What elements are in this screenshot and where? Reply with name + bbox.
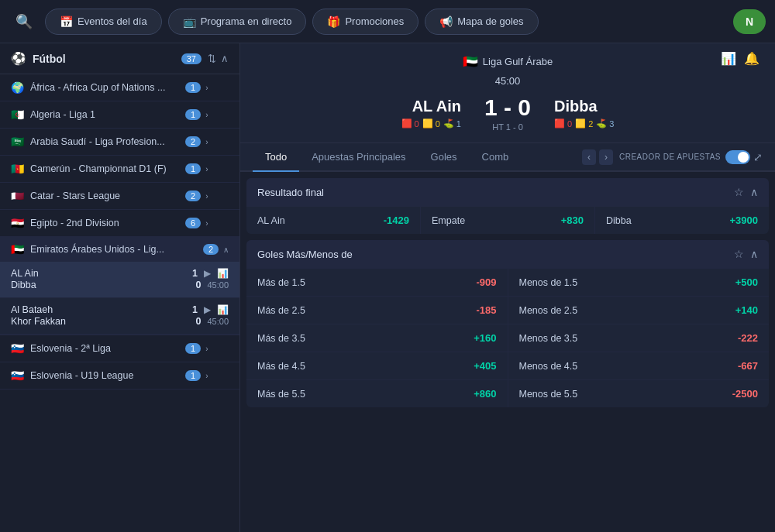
goles-collapse-icon[interactable]: ∧ — [750, 248, 758, 260]
match-clock: 45:00 — [256, 75, 760, 87]
over-cell-1[interactable]: Más de 2.5 -185 — [246, 297, 508, 324]
chevron-up-icon[interactable]: ∧ — [221, 53, 229, 64]
home-team-score-2: 1 — [192, 304, 198, 315]
sort-icon[interactable]: ⇅ — [208, 53, 216, 64]
watch-icon-2[interactable]: ▶ — [204, 304, 211, 315]
sidebar-item-arabia[interactable]: 🇸🇦 Arabia Saudí - Liga Profesion... 2 › — [0, 129, 239, 156]
calendar-icon: 📅 — [60, 15, 73, 28]
over-label-2: Más de 3.5 — [257, 333, 305, 344]
away-team-name: Dibba — [11, 280, 36, 290]
sidebar-item-eslovenia[interactable]: 🇸🇮 Eslovenia - 2ª Liga 1 › — [0, 335, 239, 362]
promociones-button[interactable]: 🎁 Promociones — [312, 9, 418, 35]
goles-header[interactable]: Goles Más/Menos de ☆ ∧ — [246, 240, 769, 268]
main-layout: ⚽ Fútbol 37 ⇅ ∧ 🌍 África - Africa Cup of… — [0, 43, 775, 532]
half-time-score: HT 1 - 0 — [484, 122, 531, 132]
match-score: 1 - 0 — [484, 94, 531, 121]
top-navigation: 🔍 📅 Eventos del día 📺 Programa en direct… — [0, 0, 775, 43]
over-cell-4[interactable]: Más de 5.5 +860 — [246, 380, 508, 407]
under-label-3: Menos de 4.5 — [519, 361, 578, 372]
stats-icon-2[interactable]: 📊 — [217, 304, 229, 315]
over-cell-0[interactable]: Más de 1.5 -909 — [246, 269, 508, 296]
empate-odds-cell[interactable]: Empate +830 — [421, 207, 595, 234]
match-header: 🇦🇪 Liga Gulf Árabe 📊 🔔 45:00 AL Ain 🟥0 🟨… — [240, 43, 775, 143]
over-value-4: +860 — [474, 388, 496, 400]
over-cell-3[interactable]: Más de 4.5 +405 — [246, 352, 508, 379]
under-cell-0[interactable]: Menos de 1.5 +500 — [508, 269, 770, 296]
creator-label: CREADOR DE APUESTAS — [619, 153, 721, 161]
tab-next-button[interactable]: › — [599, 149, 613, 165]
eslovenia-badge: 1 — [185, 343, 201, 354]
sidebar-item-africa[interactable]: 🌍 África - Africa Cup of Nations ... 1 › — [0, 74, 239, 101]
sidebar-item-camerun[interactable]: 🇨🇲 Camerún - Championnat D1 (F) 1 › — [0, 156, 239, 183]
algeria-flag-icon: 🇩🇿 — [11, 108, 24, 121]
star-icon[interactable]: ☆ — [734, 186, 744, 198]
live-icon: 📺 — [183, 15, 196, 28]
under-cell-4[interactable]: Menos de 5.5 -2500 — [508, 380, 770, 407]
chevron-right-icon: › — [205, 165, 208, 173]
watch-icon[interactable]: ▶ — [204, 268, 211, 279]
goles-rows: Más de 1.5 -909 Menos de 1.5 +500 Más de… — [246, 268, 769, 407]
tab-combos[interactable]: Comb — [470, 143, 522, 172]
away-team-row-2: Khor Fakkan 0 45:00 — [11, 316, 229, 327]
eslovenia-u19-league-name: Eslovenia - U19 League — [30, 370, 185, 381]
match-time-2: 45:00 — [207, 317, 229, 326]
under-cell-1[interactable]: Menos de 2.5 +140 — [508, 297, 770, 324]
goles-row-3: Más de 4.5 +405 Menos de 4.5 -667 — [246, 352, 769, 379]
resultado-final-header[interactable]: Resultado final ☆ ∧ — [246, 178, 769, 206]
sport-header[interactable]: ⚽ Fútbol 37 ⇅ ∧ — [0, 43, 239, 74]
emiratos-league-header[interactable]: 🇦🇪 Emiratos Árabes Unidos - Lig... 2 ∧ — [0, 237, 239, 262]
chevron-right-icon: › — [205, 219, 208, 228]
over-cell-2[interactable]: Más de 3.5 +160 — [246, 324, 508, 352]
over-label-4: Más de 5.5 — [257, 389, 305, 400]
away-team-block: Dibba 🟥0 🟨2 ⛳3 — [531, 98, 752, 129]
arabia-flag-icon: 🇸🇦 — [11, 136, 24, 148]
over-label-0: Más de 1.5 — [257, 277, 305, 288]
match-al-bataeh-khor-fakkan[interactable]: Al Bataeh 1 ▶ 📊 Khor Fakkan 0 45:00 — [0, 298, 239, 335]
eslovenia-flag-icon: 🇸🇮 — [11, 342, 24, 355]
catar-badge: 2 — [185, 190, 201, 201]
sidebar-item-algeria[interactable]: 🇩🇿 Algeria - Liga 1 1 › — [0, 101, 239, 129]
expand-icon[interactable]: ⤢ — [753, 151, 763, 163]
main-content: 🇦🇪 Liga Gulf Árabe 📊 🔔 45:00 AL Ain 🟥0 🟨… — [240, 43, 775, 532]
sidebar-item-catar[interactable]: 🇶🇦 Catar - Stars League 2 › — [0, 183, 239, 210]
tab-todo[interactable]: Todo — [253, 143, 299, 172]
dibba-odds-cell[interactable]: Dibba +3900 — [595, 207, 769, 234]
eventos-del-dia-button[interactable]: 📅 Eventos del día — [45, 9, 162, 35]
tab-apuestas-principales[interactable]: Apuestas Principales — [299, 143, 418, 172]
collapse-icon[interactable]: ∧ — [750, 186, 758, 198]
home-team-title: AL Ain — [264, 98, 461, 115]
home-yellow-card: 🟨0 — [422, 118, 440, 129]
under-value-2: -222 — [738, 332, 758, 344]
sidebar-item-eslovenia-u19[interactable]: 🇸🇮 Eslovenia - U19 League 1 › — [0, 362, 239, 390]
programa-en-directo-button[interactable]: 📺 Programa en directo — [168, 9, 307, 35]
chevron-right-icon: › — [205, 111, 208, 119]
africa-league-name: África - Africa Cup of Nations ... — [30, 82, 185, 93]
under-value-3: -667 — [738, 360, 758, 372]
under-cell-3[interactable]: Menos de 4.5 -667 — [508, 352, 770, 379]
creator-toggle[interactable] — [725, 150, 750, 164]
eslovenia-u19-badge: 1 — [185, 370, 201, 381]
africa-flag-icon: 🌍 — [11, 81, 24, 94]
emiratos-league-group: 🇦🇪 Emiratos Árabes Unidos - Lig... 2 ∧ A… — [0, 237, 239, 335]
sidebar-item-egipto[interactable]: 🇪🇬 Egipto - 2nd Division 6 › — [0, 210, 239, 237]
goles-star-icon[interactable]: ☆ — [734, 248, 744, 260]
search-button[interactable]: 🔍 — [9, 10, 39, 33]
under-cell-2[interactable]: Menos de 3.5 -222 — [508, 324, 770, 352]
al-ain-odds-cell[interactable]: AL Ain -1429 — [246, 207, 421, 234]
over-value-0: -909 — [476, 276, 496, 288]
chart-icon[interactable]: 📊 — [721, 51, 736, 66]
under-label-1: Menos de 2.5 — [519, 305, 578, 316]
match-al-ain-dibba[interactable]: AL Ain 1 ▶ 📊 Dibba 0 45:00 — [0, 262, 239, 298]
mapa-de-goles-button[interactable]: 📢 Mapa de goles — [425, 9, 538, 35]
away-team-stats: 🟥0 🟨2 ⛳3 — [554, 118, 752, 129]
sport-count-badge: 37 — [181, 53, 202, 64]
n-button[interactable]: N — [733, 9, 766, 34]
match-time-1: 45:00 — [207, 280, 229, 290]
bell-icon[interactable]: 🔔 — [744, 51, 760, 66]
goles-row-4: Más de 5.5 +860 Menos de 5.5 -2500 — [246, 379, 769, 407]
tab-prev-button[interactable]: ‹ — [582, 149, 596, 165]
stats-icon[interactable]: 📊 — [217, 268, 229, 279]
home-corners: ⛳1 — [443, 118, 461, 129]
tab-goles[interactable]: Goles — [418, 143, 470, 172]
league-info: 🇦🇪 Liga Gulf Árabe 📊 🔔 — [256, 54, 760, 69]
